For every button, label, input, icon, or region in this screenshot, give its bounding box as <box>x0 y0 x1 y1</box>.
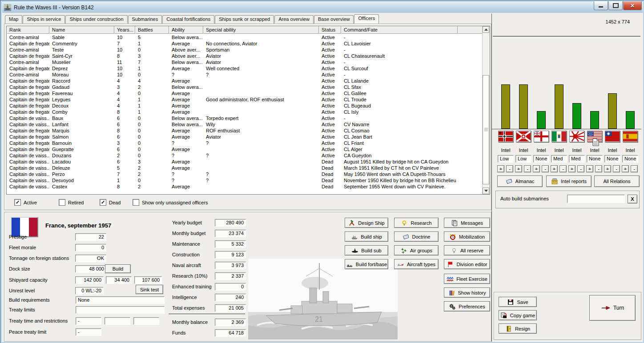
intel-increase-button[interactable]: + <box>533 165 540 172</box>
show-history-button[interactable]: Show history <box>444 287 490 298</box>
intel-increase-button[interactable]: + <box>622 165 629 172</box>
table-row[interactable]: Capitain de vaiss...Castex82AverageDeadS… <box>7 183 483 190</box>
table-row[interactable]: Capitain de fregateMarquis80AverageROF e… <box>7 128 483 134</box>
table-row[interactable]: Capitain de fregateSalmon60AverageAviato… <box>7 134 483 140</box>
intel-decrease-button[interactable]: - <box>524 165 531 172</box>
table-row[interactable]: Capitain de vaiss...Lacadou63AverageDead… <box>7 159 483 165</box>
intel-decrease-button[interactable]: - <box>595 165 602 172</box>
doctrine-button[interactable]: Doctrine <box>394 231 439 242</box>
turn-button[interactable]: Turn <box>589 295 636 321</box>
tab-officers[interactable]: Officers <box>354 14 379 24</box>
close-button[interactable]: ✕ <box>623 1 642 10</box>
build-fort-base-button[interactable]: Build fort/base <box>345 259 388 269</box>
table-row[interactable]: Capitain de fregateSaint-Cyr83Above aver… <box>7 53 483 59</box>
mobilization-button[interactable]: Mobilization <box>444 231 490 242</box>
scroll-up-button[interactable] <box>483 26 489 33</box>
intel-increase-button[interactable]: + <box>604 165 611 172</box>
tab-coastal-fortifications[interactable]: Coastal fortifications <box>162 15 214 24</box>
japan-flag-icon[interactable] <box>569 131 584 142</box>
intel-decrease-button[interactable]: - <box>506 165 513 172</box>
intel-decrease-button[interactable]: - <box>613 165 620 172</box>
column-header-3[interactable]: Battles <box>135 26 169 34</box>
intel-increase-button[interactable]: + <box>551 165 558 172</box>
table-row[interactable]: Capitain de vaiss...Desvoyod10??DeadNove… <box>7 177 483 183</box>
tab-ships-sunk-or-scrapped[interactable]: Ships sunk or scrapped <box>215 15 274 24</box>
checkbox-checked[interactable]: ✓ <box>100 199 106 206</box>
intel-report-doc-icon[interactable] <box>592 138 599 146</box>
intel-reports-button[interactable]: Intel reports <box>546 175 592 187</box>
table-row[interactable]: Contre-amiralSable105Below avera...Activ… <box>7 34 483 40</box>
table-row[interactable]: Capitain de vaiss...Baux60Below avera...… <box>7 115 483 121</box>
all-relations-button[interactable]: All Relations <box>594 175 640 187</box>
auto-build-close-button[interactable]: X <box>628 195 637 203</box>
intel-decrease-button[interactable]: - <box>559 165 567 172</box>
almanac-button[interactable]: Almanac <box>497 175 543 187</box>
checkbox-checked[interactable]: ✓ <box>14 199 21 206</box>
maximize-button[interactable] <box>608 1 623 10</box>
tab-ships-in-service[interactable]: Ships in service <box>23 15 65 24</box>
germany-flag-icon[interactable] <box>498 131 513 142</box>
fleet-exercise-button[interactable]: Fleet Exercise <box>444 274 490 284</box>
china-flag-icon[interactable] <box>605 131 620 142</box>
table-row[interactable]: Capitain de fregateCommentry71AverageNo … <box>7 40 483 47</box>
table-row[interactable]: Capitain de fregateGadaud32Below avera..… <box>7 84 483 90</box>
intel-increase-button[interactable]: + <box>568 165 576 172</box>
table-row[interactable]: Contre-amiralMoreau100??Active- <box>7 72 483 78</box>
build-sub-button[interactable]: Build sub <box>345 245 388 255</box>
build-dock-button[interactable]: Build <box>105 264 131 273</box>
column-header-1[interactable]: Name <box>49 26 114 34</box>
preferences-button[interactable]: Preferences <box>444 301 490 311</box>
aircraft-types-button[interactable]: Aircraft types <box>394 259 439 269</box>
save-button[interactable]: Save <box>499 297 537 307</box>
table-row[interactable]: Capitain de fregateDecoux41AverageActive… <box>7 103 483 109</box>
table-row[interactable]: Capitain de vaiss...Douzans20??ActiveCA … <box>7 152 483 159</box>
auto-build-input[interactable] <box>567 195 625 203</box>
column-header-6[interactable]: Status <box>319 26 341 34</box>
filter-show-only-unassigned-officers[interactable]: Show only unassigned officers <box>133 199 208 206</box>
table-row[interactable]: Capitain de fregateComby81AverageActiveC… <box>7 109 483 115</box>
intel-increase-button[interactable]: + <box>515 165 522 172</box>
intel-decrease-button[interactable]: - <box>577 165 584 172</box>
table-row[interactable]: Capitain de fregateGuepratte60AverageAct… <box>7 146 483 152</box>
column-header-2[interactable]: Years... <box>114 26 135 34</box>
tab-area-overview[interactable]: Area overview <box>274 15 314 24</box>
copy-game-button[interactable]: Copy game <box>499 310 537 320</box>
intel-increase-button[interactable]: + <box>586 165 593 172</box>
scrollbar-thumb[interactable] <box>483 75 489 184</box>
column-header-4[interactable]: Ability <box>169 26 203 34</box>
column-header-5[interactable]: Special ability <box>203 26 319 34</box>
intel-decrease-button[interactable]: - <box>631 165 638 172</box>
checkbox-unchecked[interactable] <box>133 199 139 206</box>
column-header-7[interactable]: Command/Fate <box>341 26 458 34</box>
scroll-down-button[interactable] <box>483 187 489 194</box>
design-ship-button[interactable]: Design Ship <box>345 218 388 228</box>
division-editor-button[interactable]: Division editor <box>444 259 490 269</box>
table-row[interactable]: Capitain de fregateDeprez101AverageWell … <box>7 65 483 72</box>
sink-test-button[interactable]: Sink test <box>136 285 163 294</box>
minimize-button[interactable] <box>594 1 608 10</box>
table-row[interactable]: Capitain de vaiss...Perzo72??DeadMay 195… <box>7 171 483 177</box>
filter-retired[interactable]: Retired <box>59 199 84 206</box>
table-row[interactable]: Capitain de fregateBarnouin30??ActiveCL … <box>7 140 483 146</box>
spain-flag-icon[interactable] <box>623 131 638 142</box>
research-button[interactable]: Research <box>394 218 439 228</box>
tab-base-overview[interactable]: Base overview <box>314 15 354 24</box>
checkbox-unchecked[interactable] <box>59 199 65 206</box>
table-row[interactable]: Capitain de fregateLeygues41AverageGood … <box>7 96 483 103</box>
russia-flag-icon[interactable] <box>516 131 531 142</box>
italy-flag-icon[interactable] <box>551 131 567 142</box>
tab-map[interactable]: Map <box>5 15 22 24</box>
table-row[interactable]: Capitain de fregateRaccord44AverageActiv… <box>7 78 483 84</box>
build-ship-button[interactable]: Build ship <box>345 231 388 242</box>
filter-active[interactable]: ✓Active <box>14 199 37 206</box>
tab-ships-under-construction[interactable]: Ships under construction <box>65 15 127 24</box>
uk-flag-icon[interactable] <box>534 131 549 142</box>
column-header-0[interactable]: Rank <box>7 26 49 34</box>
air-groups-button[interactable]: Air groups <box>394 245 439 255</box>
table-row[interactable]: Capitain de vaiss...Deleuze52AverageDead… <box>7 165 483 171</box>
table-row[interactable]: Capitain de vaiss...Lanfant60Below avera… <box>7 121 483 128</box>
messages-button[interactable]: Messages <box>444 218 490 228</box>
vertical-scrollbar[interactable] <box>482 26 490 194</box>
table-row[interactable]: Capitain de fregateFavereau40AverageActi… <box>7 90 483 96</box>
intel-decrease-button[interactable]: - <box>542 165 549 172</box>
